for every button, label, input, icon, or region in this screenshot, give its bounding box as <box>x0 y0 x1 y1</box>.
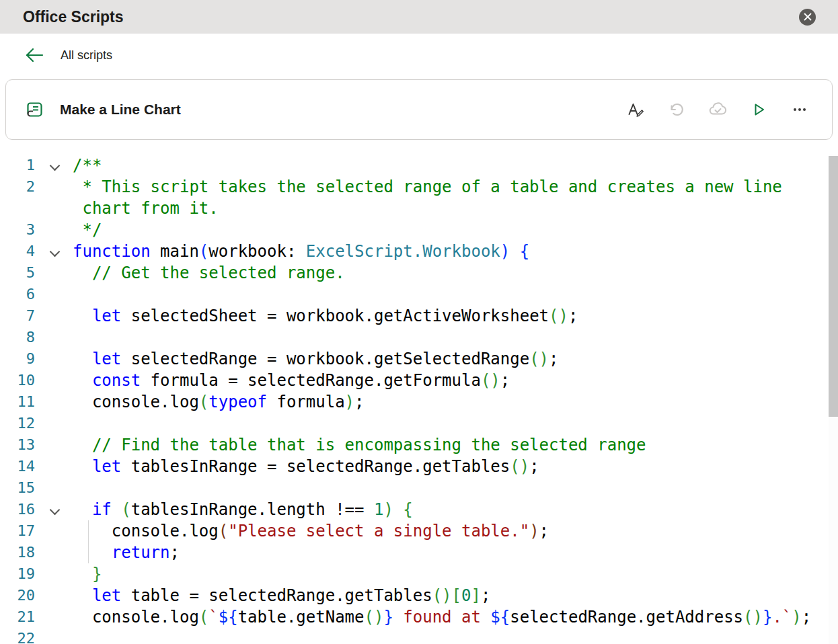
fold-gutter <box>39 348 70 356</box>
line-number: 12 <box>0 413 39 434</box>
editor-scrollbar[interactable] <box>829 155 838 644</box>
code-text: } <box>70 563 838 585</box>
line-number: 8 <box>0 327 39 348</box>
cloud-check-icon <box>708 100 728 119</box>
code-line[interactable]: 6 <box>0 284 838 305</box>
code-text: /** <box>70 155 838 176</box>
line-number: 6 <box>0 284 39 305</box>
line-number: 7 <box>0 305 39 327</box>
line-number: 14 <box>0 456 39 477</box>
script-actions <box>622 96 813 123</box>
code-text: if (tablesInRange.length !== 1) { <box>70 499 838 520</box>
code-line[interactable]: 15 <box>0 477 838 499</box>
fold-gutter <box>39 391 70 399</box>
line-number: 3 <box>0 219 39 241</box>
code-line[interactable]: 22 <box>0 628 838 644</box>
more-options-button[interactable] <box>786 96 813 123</box>
code-line[interactable]: 9 let selectedRange = workbook.getSelect… <box>0 348 838 370</box>
title-bar: Office Scripts <box>0 0 838 34</box>
code-editor[interactable]: 1/**2 * This script takes the selected r… <box>0 155 838 644</box>
code-text: let tablesInRange = selectedRange.getTab… <box>70 456 838 477</box>
undo-icon <box>667 100 686 119</box>
script-card: Make a Line Chart <box>5 79 833 140</box>
line-number: 1 <box>0 155 39 176</box>
undo-button[interactable] <box>663 96 690 123</box>
run-icon <box>749 100 768 119</box>
line-number: 11 <box>0 391 39 413</box>
code-line[interactable]: 13 // Find the table that is encompassin… <box>0 434 838 456</box>
code-text <box>70 477 838 499</box>
code-text <box>70 284 838 305</box>
fold-gutter <box>39 219 70 227</box>
code-text: let selectedSheet = workbook.getActiveWo… <box>70 305 838 327</box>
code-line[interactable]: 12 <box>0 413 838 434</box>
line-number: 15 <box>0 477 39 499</box>
code-line[interactable]: 5 // Get the selected range. <box>0 262 838 284</box>
script-icon <box>24 99 45 120</box>
fold-chevron-icon[interactable] <box>49 161 60 171</box>
fold-gutter <box>39 305 70 313</box>
line-number: 18 <box>0 542 39 563</box>
code-line[interactable]: 3 */ <box>0 219 838 241</box>
code-text: // Get the selected range. <box>70 262 838 284</box>
fold-gutter <box>39 434 70 442</box>
fold-gutter[interactable] <box>39 241 70 255</box>
scrollbar-thumb[interactable] <box>829 156 838 417</box>
back-arrow-icon <box>24 46 44 64</box>
code-line[interactable]: 19 } <box>0 563 838 585</box>
code-text: return; <box>70 542 838 563</box>
pane-title: Office Scripts <box>23 8 124 26</box>
code-text: // Find the table that is encompassing t… <box>70 434 838 456</box>
code-line[interactable]: 17 console.log("Please select a single t… <box>0 520 838 542</box>
code-text: console.log(typeof formula); <box>70 391 838 413</box>
code-text <box>70 413 838 434</box>
code-line[interactable]: 4function main(workbook: ExcelScript.Wor… <box>0 241 838 262</box>
fold-gutter <box>39 520 70 528</box>
fold-gutter <box>39 370 70 377</box>
fold-gutter <box>39 542 70 549</box>
fold-gutter <box>39 176 70 184</box>
code-line[interactable]: 1/** <box>0 155 838 176</box>
code-line[interactable]: 21 console.log(`${table.getName()} found… <box>0 606 838 628</box>
fold-gutter[interactable] <box>39 155 70 169</box>
cloud-sync-button[interactable] <box>704 96 731 123</box>
fold-gutter <box>39 563 70 571</box>
fold-chevron-icon[interactable] <box>49 247 60 257</box>
fold-gutter <box>39 628 70 635</box>
fold-gutter <box>39 456 70 463</box>
line-number: 13 <box>0 434 39 456</box>
code-text: console.log(`${table.getName()} found at… <box>70 606 838 628</box>
fold-gutter <box>39 585 70 592</box>
code-lines: 1/**2 * This script takes the selected r… <box>0 155 838 644</box>
code-line[interactable]: 2 * This script takes the selected range… <box>0 176 838 219</box>
close-icon <box>804 13 812 21</box>
code-line[interactable]: 18 return; <box>0 542 838 563</box>
code-line[interactable]: 10 const formula = selectedRange.getForm… <box>0 370 838 391</box>
back-button[interactable]: All scripts <box>24 46 112 64</box>
ellipsis-icon <box>790 100 809 119</box>
fold-gutter <box>39 413 70 420</box>
code-line[interactable]: 16 if (tablesInRange.length !== 1) { <box>0 499 838 520</box>
code-line[interactable]: 8 <box>0 327 838 348</box>
rename-button[interactable] <box>622 96 649 123</box>
run-button[interactable] <box>745 96 772 123</box>
line-number: 16 <box>0 499 39 520</box>
office-scripts-pane: Office Scripts All scripts <box>0 0 838 644</box>
line-number: 10 <box>0 370 39 391</box>
fold-gutter <box>39 284 70 291</box>
code-line[interactable]: 11 console.log(typeof formula); <box>0 391 838 413</box>
code-line[interactable]: 7 let selectedSheet = workbook.getActive… <box>0 305 838 327</box>
close-button[interactable] <box>799 9 816 26</box>
fold-gutter <box>39 606 70 614</box>
code-text <box>70 628 838 644</box>
line-number: 19 <box>0 563 39 585</box>
script-title: Make a Line Chart <box>60 102 622 118</box>
fold-gutter[interactable] <box>39 499 70 514</box>
code-text: console.log("Please select a single tabl… <box>70 520 838 542</box>
fold-gutter <box>39 477 70 485</box>
code-text <box>70 327 838 348</box>
code-line[interactable]: 20 let table = selectedRange.getTables()… <box>0 585 838 606</box>
fold-chevron-icon[interactable] <box>49 505 60 516</box>
code-text: * This script takes the selected range o… <box>70 176 838 219</box>
code-line[interactable]: 14 let tablesInRange = selectedRange.get… <box>0 456 838 477</box>
